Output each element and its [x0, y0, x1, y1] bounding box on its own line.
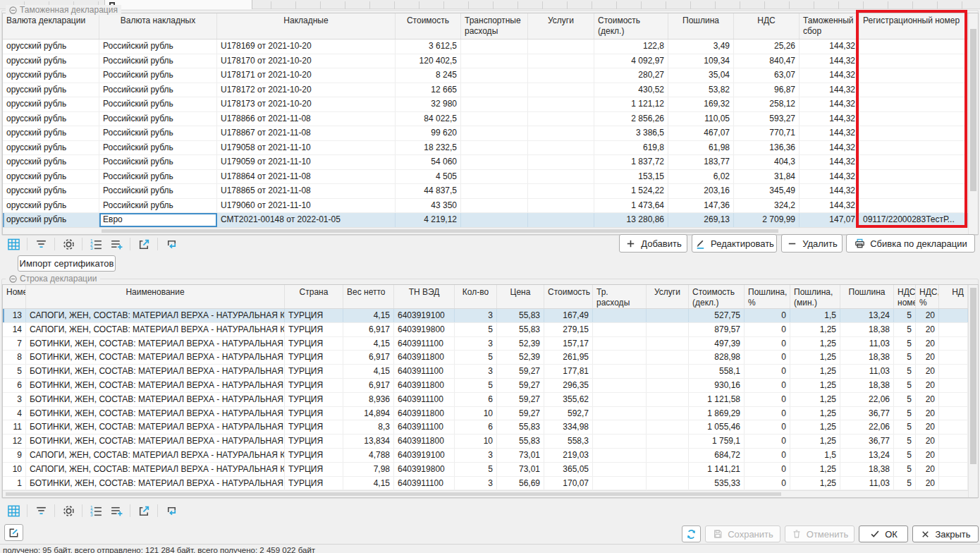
table-cell[interactable]: 84 022,5 [396, 112, 461, 126]
ok-button[interactable]: ОК [859, 525, 908, 542]
table-cell[interactable] [528, 83, 594, 97]
table-row[interactable]: 6БОТИНКИ, ЖЕН, СОСТАВ: МАТЕРИАЛ ВЕРХА - … [3, 379, 968, 393]
column-header[interactable]: НДС, % [916, 285, 939, 308]
vertical-scrollbar[interactable] [968, 13, 978, 234]
table-cell[interactable]: 467,07 [668, 126, 734, 140]
table-cell[interactable]: 6403911100 [394, 393, 455, 406]
table-cell[interactable]: 4,15 [343, 477, 394, 490]
table-cell[interactable]: 4 [3, 407, 26, 420]
table-cell[interactable]: 20 [916, 463, 939, 476]
table-cell[interactable]: 20 [916, 477, 939, 490]
table-cell[interactable]: 54 060 [396, 155, 461, 169]
table-cell[interactable]: 20 [916, 393, 939, 406]
vertical-scrollbar[interactable] [968, 285, 978, 497]
table-cell[interactable] [528, 170, 594, 184]
table-cell[interactable]: орусский рубль [3, 141, 99, 155]
table-cell[interactable]: 6,02 [668, 170, 734, 184]
table-row[interactable]: 4БОТИНКИ, ЖЕН, СОСТАВ: МАТЕРИАЛ ВЕРХА - … [3, 407, 968, 421]
table-cell[interactable]: 144,32 [800, 170, 859, 184]
table-cell[interactable]: 324,2 [734, 199, 800, 213]
table-cell[interactable]: 619,8 [594, 141, 668, 155]
table-cell[interactable]: ТУРЦИЯ [285, 309, 343, 322]
table-cell[interactable]: 5 [455, 463, 497, 476]
table-cell[interactable]: 167,49 [544, 309, 593, 322]
table-cell[interactable]: 6403919100 [394, 449, 455, 462]
table-cell[interactable]: 4 092,97 [594, 54, 668, 68]
close-button[interactable]: Закрыть [912, 525, 979, 542]
table-cell[interactable]: 4,15 [343, 365, 394, 378]
table-cell[interactable]: 120 402,5 [396, 54, 461, 68]
table-cell[interactable]: ТУРЦИЯ [285, 365, 343, 378]
add-to-list-icon[interactable] [107, 502, 125, 519]
open-editor-button[interactable] [4, 524, 23, 541]
table-cell[interactable]: 280,27 [594, 68, 668, 83]
table-cell[interactable]: 8,936 [343, 393, 394, 406]
table-cell[interactable]: 5 [894, 337, 916, 351]
table-row[interactable]: 9САПОГИ, ЖЕН, СОСТАВ: МАТЕРИАЛ ВЕРХА - Н… [3, 449, 968, 463]
table-cell[interactable]: U178172 от 2021-10-20 [217, 83, 396, 97]
table-cell[interactable]: 20 [916, 435, 939, 448]
table-cell[interactable]: 61,98 [668, 141, 734, 155]
table-cell[interactable]: 144,32 [800, 155, 859, 169]
table-cell[interactable] [939, 463, 968, 476]
table-cell[interactable]: U178867 от 2021-11-08 [217, 126, 396, 140]
table-cell[interactable]: БОТИНКИ, ЖЕН, СОСТАВ: МАТЕРИАЛ ВЕРХА - Н… [26, 435, 285, 448]
table-cell[interactable]: 59,27 [497, 379, 544, 392]
column-header[interactable]: НДС, номе [894, 285, 916, 308]
table-cell[interactable]: 144,32 [800, 141, 859, 155]
table-cell[interactable]: 5 [455, 379, 497, 392]
table-cell[interactable]: 144,32 [800, 199, 859, 213]
table-cell[interactable]: 63,07 [734, 68, 800, 83]
numbered-list-icon[interactable]: 123 [87, 502, 105, 519]
table-cell[interactable]: 5 [894, 477, 916, 490]
table-cell[interactable]: ТУРЦИЯ [285, 393, 343, 406]
table-cell[interactable]: БОТИНКИ, ЖЕН, СОСТАВ: МАТЕРИАЛ ВЕРХА - Н… [26, 365, 285, 378]
repeat-icon[interactable] [162, 236, 180, 253]
table-cell[interactable]: 20 [916, 420, 939, 434]
table-cell[interactable]: ТУРЦИЯ [285, 449, 343, 462]
numbered-list-icon[interactable]: 123 [87, 236, 105, 253]
table-cell[interactable]: 1 055,46 [689, 420, 745, 434]
table-cell[interactable]: 144,32 [800, 97, 859, 111]
table-cell[interactable] [939, 393, 968, 406]
table-cell[interactable]: орусский рубль [3, 170, 99, 184]
table-cell[interactable]: Российский рубль [99, 155, 217, 169]
table-cell[interactable]: орусский рубль [3, 126, 99, 140]
table-cell[interactable]: ТУРЦИЯ [285, 407, 343, 420]
table-cell[interactable] [528, 213, 594, 227]
table-row[interactable]: орусский рубльРоссийский рубльU178864 от… [3, 170, 968, 185]
table-cell[interactable]: 261,95 [544, 351, 593, 364]
table-cell[interactable]: 497,39 [689, 337, 745, 351]
active-tab[interactable] [104, 0, 252, 9]
table-cell[interactable]: 355,62 [544, 393, 593, 406]
table-cell[interactable]: 0 [745, 435, 790, 448]
table-cell[interactable]: 5 [455, 323, 497, 336]
table-cell[interactable]: 5 [894, 407, 916, 420]
table-cell[interactable]: U178864 от 2021-11-08 [217, 170, 396, 184]
table-cell[interactable]: 3 [3, 393, 26, 406]
table-cell[interactable] [859, 155, 968, 169]
table-cell[interactable]: 5 [894, 351, 916, 364]
table-cell[interactable]: 153,15 [594, 170, 668, 184]
table-cell[interactable]: 144,32 [800, 112, 859, 126]
table-cell[interactable]: Российский рубль [99, 68, 217, 83]
table-cell[interactable]: БОТИНКИ, ЖЕН, СОСТАВ: МАТЕРИАЛ ВЕРХА - Н… [26, 420, 285, 434]
refresh-button[interactable] [682, 525, 701, 542]
table-cell[interactable]: 55,83 [497, 420, 544, 434]
table-cell[interactable]: 170,07 [544, 477, 593, 490]
table-cell[interactable] [647, 435, 689, 448]
table-row[interactable]: орусский рубльРоссийский рубльU178171 от… [3, 68, 968, 83]
table-cell[interactable]: 6403919100 [394, 309, 455, 322]
table-cell[interactable]: 1,25 [790, 379, 840, 392]
table-cell[interactable]: 5 [894, 393, 916, 406]
table-cell[interactable]: 13,24 [840, 449, 894, 462]
table-cell[interactable]: 59,27 [497, 407, 544, 420]
table-cell[interactable] [939, 420, 968, 434]
table-cell[interactable]: 18,38 [840, 379, 894, 392]
table-cell[interactable] [859, 68, 968, 83]
table-cell[interactable]: 110,05 [668, 112, 734, 126]
table-cell[interactable]: 0 [745, 407, 790, 420]
table-cell[interactable]: Российский рубль [99, 54, 217, 68]
table-cell[interactable]: 10 [455, 435, 497, 448]
table-row[interactable]: орусский рубльРоссийский рубльU178865 от… [3, 184, 968, 199]
